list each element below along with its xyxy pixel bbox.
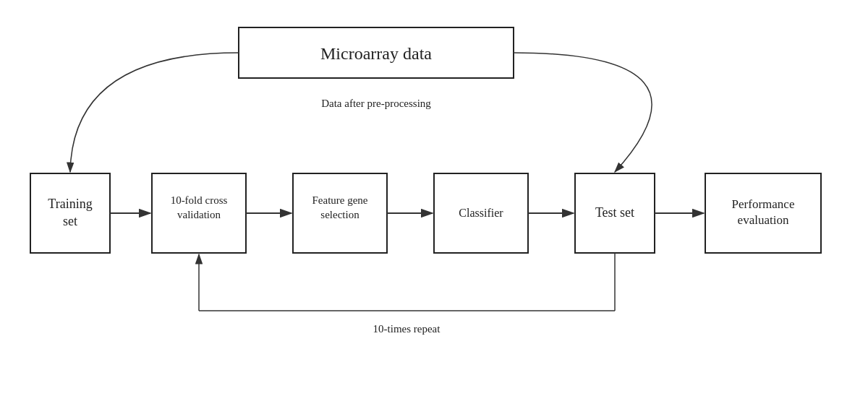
repeat-label: 10-times repeat — [373, 323, 441, 335]
training-label: Training — [48, 197, 92, 211]
arc-microarray-crossval — [70, 53, 239, 172]
crossval-label2: validation — [177, 209, 221, 220]
preprocessing-label: Data after pre-processing — [321, 98, 431, 109]
testset-label: Test set — [595, 205, 634, 220]
flow-diagram: Microarray data Training set 10-fold cro… — [0, 0, 868, 396]
performance-label2: evaluation — [738, 213, 789, 227]
microarray-label: Microarray data — [320, 44, 432, 63]
arc-microarray-testset — [514, 53, 652, 172]
crossval-label1: 10-fold cross — [171, 194, 228, 206]
training-label2: set — [63, 214, 77, 228]
training-box — [30, 173, 110, 253]
diagram: Microarray data Training set 10-fold cro… — [0, 0, 868, 396]
feature-label2: selection — [320, 209, 359, 220]
feature-label1: Feature gene — [312, 194, 367, 206]
performance-label1: Performance — [732, 197, 795, 211]
classifier-label: Classifier — [459, 207, 503, 219]
